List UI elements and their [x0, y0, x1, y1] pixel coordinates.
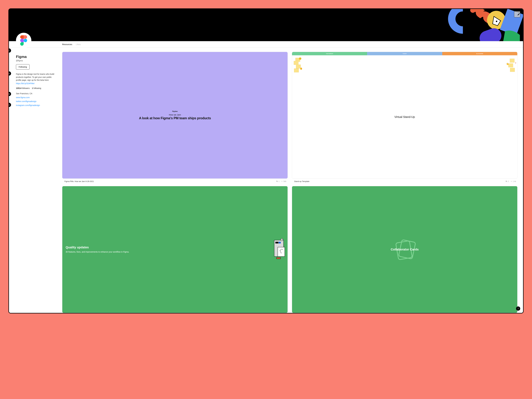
resource-card[interactable]: FigJam How we Jam A look at how Figma's …	[62, 52, 288, 182]
profile-tabs: Resources Likes	[9, 41, 523, 48]
profile-window: Resources Likes Figma @figma Following F…	[8, 8, 524, 313]
resource-grid: FigJam How we Jam A look at how Figma's …	[59, 48, 523, 313]
svg-rect-5	[275, 242, 279, 243]
svg-rect-12	[277, 257, 280, 259]
profile-bio: Figma is the design tool for teams who b…	[16, 73, 55, 82]
banner-art	[425, 9, 523, 41]
figma-logo-icon	[20, 35, 27, 46]
profile-name: Figma	[16, 55, 55, 59]
resource-card[interactable]: Collaborator Cards	[292, 186, 517, 313]
download-icon	[510, 181, 512, 182]
tab-likes[interactable]: Likes	[76, 41, 81, 47]
thumb-tab: BLOCKERS	[442, 52, 517, 55]
profile-stats: 10514 followers 1 following	[16, 87, 55, 89]
thumb-art	[272, 188, 286, 311]
thumb-tab: TODAY	[367, 52, 442, 55]
thumb-headline: Virtual Stand-Up	[394, 115, 415, 119]
resource-thumbnail: Quality updates 30 features, fixes, and …	[62, 186, 288, 313]
thumb-brand: FigJam	[172, 110, 178, 112]
resource-card[interactable]: YESTERDAY TODAY BLOCKERS 🙂 👍	[292, 52, 517, 182]
resource-title: Stand-up Template	[294, 180, 504, 182]
profile-handle: @figma	[16, 59, 55, 62]
profile-sidebar: Figma @figma Following Figma is the desi…	[9, 48, 59, 313]
follow-button[interactable]: Following	[16, 64, 30, 70]
profile-instagram-link[interactable]: instagram.com/figmadesign	[16, 104, 40, 106]
thumb-headline: Quality updates	[66, 246, 284, 249]
thumb-subhead: How we Jam	[169, 114, 181, 116]
tab-resources[interactable]: Resources	[62, 41, 72, 47]
svg-point-1	[496, 21, 497, 22]
resource-title: Figma PMs: How we Jam 6-29-2021	[64, 180, 275, 182]
thumb-tab: YESTERDAY	[292, 52, 367, 55]
resource-card[interactable]: Quality updates 30 features, fixes, and …	[62, 186, 288, 313]
svg-rect-6	[279, 242, 281, 243]
profile-location: San Francisco, CA	[16, 92, 55, 95]
svg-rect-8	[278, 247, 285, 257]
thumb-headline: Collaborator Cards	[391, 248, 418, 251]
resource-thumbnail: FigJam How we Jam A look at how Figma's …	[62, 52, 288, 179]
comment-icon	[506, 181, 507, 182]
edit-banner-button[interactable]	[514, 11, 520, 17]
profile-banner	[9, 9, 523, 41]
profile-twitter-link[interactable]: twitter.com/figmadesign	[16, 100, 36, 102]
resource-thumbnail: Collaborator Cards	[292, 186, 517, 313]
comment-count: 1	[276, 180, 279, 182]
download-icon	[281, 181, 283, 182]
comment-icon	[276, 181, 278, 182]
comment-count: 2	[506, 180, 509, 182]
download-count: 586	[281, 180, 286, 182]
resource-thumbnail: YESTERDAY TODAY BLOCKERS 🙂 👍	[292, 52, 517, 179]
profile-website-link[interactable]: www.figma.com	[16, 96, 30, 99]
profile-bio-link[interactable]: https://bit.ly/32APMeI	[16, 82, 34, 85]
download-count: 1.4k	[510, 180, 516, 182]
pencil-icon	[517, 11, 520, 17]
thumb-headline: A look at how Figma's PM team ships prod…	[139, 116, 211, 120]
followers-count[interactable]: 10514	[16, 87, 21, 89]
thumb-body: 30 features, fixes, and improvements to …	[66, 251, 208, 253]
profile-avatar[interactable]	[16, 33, 31, 48]
